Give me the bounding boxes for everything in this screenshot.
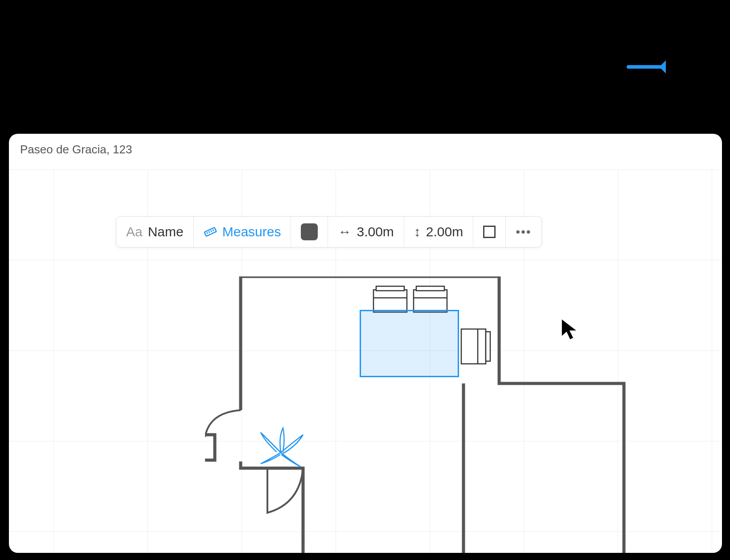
svg-rect-5 (373, 290, 407, 312)
svg-rect-8 (414, 290, 447, 312)
measures-label: Measures (222, 224, 281, 239)
square-icon (483, 226, 496, 238)
selected-object-table[interactable] (360, 310, 459, 377)
horizontal-arrows-icon: ↔ (338, 224, 351, 239)
measures-button[interactable]: Measures (194, 217, 291, 247)
name-button[interactable]: Aa Name (116, 217, 194, 247)
svg-line-2 (209, 231, 209, 233)
floorplan-canvas-window: Paseo de Gracia, 123 Aa Name Measures ↔ (9, 134, 722, 553)
color-button[interactable] (291, 217, 328, 247)
vertical-arrows-icon: ↕ (414, 224, 421, 239)
shape-button[interactable] (473, 217, 506, 247)
height-value: 2.00m (426, 224, 463, 239)
width-value: 3.00m (357, 224, 394, 239)
document-title: Paseo de Gracia, 123 (20, 143, 132, 156)
cursor-icon (559, 317, 582, 343)
property-toolbar: Aa Name Measures ↔ 3.00m ↕ 2.00m (116, 216, 542, 247)
color-swatch-icon (301, 223, 318, 240)
more-options-button[interactable]: ••• (506, 217, 541, 247)
height-field[interactable]: ↕ 2.00m (404, 217, 473, 247)
ellipsis-icon: ••• (516, 225, 531, 239)
plant-decoration[interactable] (254, 426, 308, 470)
svg-line-4 (213, 230, 213, 231)
svg-rect-12 (486, 332, 490, 361)
svg-rect-6 (376, 286, 404, 291)
svg-line-1 (207, 232, 208, 234)
svg-rect-0 (204, 227, 216, 236)
svg-line-3 (211, 231, 212, 232)
ruler-icon (204, 225, 217, 239)
width-field[interactable]: ↔ 3.00m (328, 217, 404, 247)
svg-rect-11 (461, 329, 486, 364)
text-icon: Aa (126, 224, 143, 239)
name-label: Name (148, 224, 184, 239)
svg-rect-9 (416, 286, 444, 291)
